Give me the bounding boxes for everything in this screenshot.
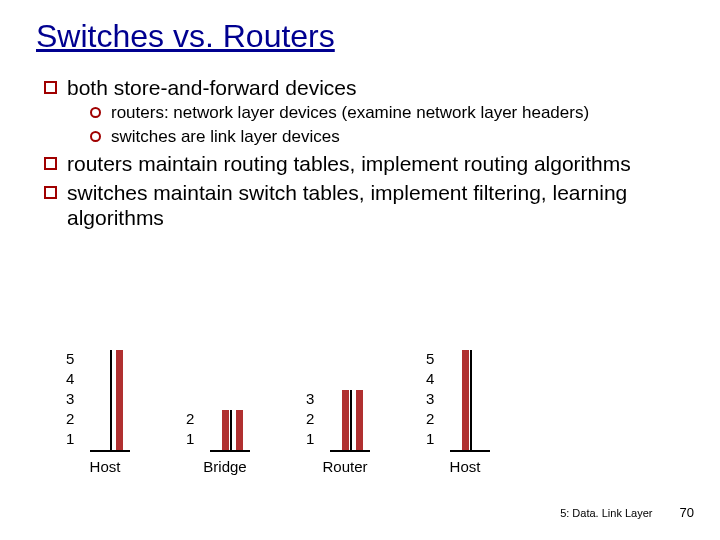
- bullet-1: both store-and-forward devices: [44, 75, 680, 100]
- square-bullet-icon: [44, 81, 57, 94]
- slide-body: both store-and-forward devices routers: …: [0, 55, 720, 231]
- stack-line-icon: [470, 350, 472, 450]
- base-line-icon: [330, 450, 370, 452]
- bullet-2: routers maintain routing tables, impleme…: [44, 151, 680, 176]
- layer-bar-icon: [342, 390, 349, 450]
- bullet-text: routers: network layer devices (examine …: [111, 103, 589, 123]
- stack-line-icon: [230, 410, 232, 450]
- page-number: 70: [680, 505, 694, 520]
- layer-bar-icon: [116, 350, 123, 450]
- chapter-label: 5: Data. Link Layer: [560, 507, 652, 519]
- protocol-stack-diagram: 5 4 3 2 1 Host 2 1 Bridge 3 2 1 Router: [60, 350, 540, 480]
- base-line-icon: [210, 450, 250, 452]
- bullet-text: switches maintain switch tables, impleme…: [67, 180, 680, 230]
- stack-line-icon: [110, 350, 112, 450]
- square-bullet-icon: [44, 157, 57, 170]
- stack-label: Host: [420, 458, 510, 475]
- circle-bullet-icon: [90, 107, 101, 118]
- base-line-icon: [90, 450, 130, 452]
- bullet-text: switches are link layer devices: [111, 127, 340, 147]
- bullet-text: both store-and-forward devices: [67, 75, 356, 100]
- stack-label: Host: [60, 458, 150, 475]
- page-title: Switches vs. Routers: [0, 0, 720, 55]
- layer-bar-icon: [356, 390, 363, 450]
- bullet-1b: switches are link layer devices: [90, 127, 680, 147]
- slide-footer: 5: Data. Link Layer 70: [560, 505, 694, 520]
- stack-line-icon: [350, 390, 352, 450]
- stack-label: Bridge: [180, 458, 270, 475]
- bullet-1a: routers: network layer devices (examine …: [90, 103, 680, 123]
- bullet-3: switches maintain switch tables, impleme…: [44, 180, 680, 230]
- bullet-text: routers maintain routing tables, impleme…: [67, 151, 631, 176]
- stack-router: 3 2 1 Router: [300, 350, 390, 480]
- layer-bar-icon: [236, 410, 243, 450]
- square-bullet-icon: [44, 186, 57, 199]
- layer-bar-icon: [462, 350, 469, 450]
- stack-host-left: 5 4 3 2 1 Host: [60, 350, 150, 480]
- base-line-icon: [450, 450, 490, 452]
- circle-bullet-icon: [90, 131, 101, 142]
- layer-bar-icon: [222, 410, 229, 450]
- stack-host-right: 5 4 3 2 1 Host: [420, 350, 510, 480]
- stack-bridge: 2 1 Bridge: [180, 350, 270, 480]
- stack-label: Router: [300, 458, 390, 475]
